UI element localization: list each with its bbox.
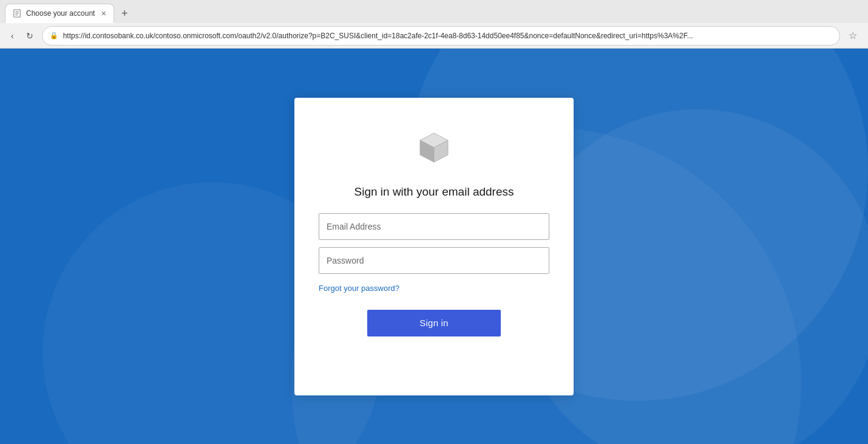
address-bar[interactable]: 🔒 https://id.contosobank.co.uk/contoso.o… <box>42 26 840 46</box>
login-card: Sign in with your email address Forgot y… <box>294 98 574 395</box>
tab-close-button[interactable]: × <box>101 9 106 18</box>
new-tab-button[interactable]: + <box>117 5 133 22</box>
lock-icon: 🔒 <box>50 32 58 39</box>
page-background: Sign in with your email address Forgot y… <box>0 49 868 444</box>
forgot-password-link[interactable]: Forgot your password? <box>319 284 399 293</box>
active-tab[interactable]: Choose your account × <box>5 4 114 23</box>
password-input[interactable] <box>319 247 549 274</box>
url-text: https://id.contosobank.co.uk/contoso.onm… <box>63 32 832 40</box>
email-form-group <box>319 213 549 240</box>
reload-button[interactable]: ↻ <box>22 29 37 43</box>
tab-bar: Choose your account × + <box>0 0 868 23</box>
bookmark-button[interactable]: ☆ <box>845 29 861 43</box>
sign-in-button[interactable]: Sign in <box>367 310 501 336</box>
page-icon <box>13 9 21 18</box>
password-form-group <box>319 247 549 274</box>
sign-in-title: Sign in with your email address <box>354 185 514 199</box>
brand-logo <box>413 128 455 173</box>
address-bar-row: ‹ ↻ 🔒 https://id.contosobank.co.uk/conto… <box>0 23 868 48</box>
browser-chrome: Choose your account × + ‹ ↻ 🔒 https://id… <box>0 0 868 49</box>
email-input[interactable] <box>319 213 549 240</box>
cube-icon <box>413 128 455 171</box>
tab-title: Choose your account <box>26 9 95 18</box>
back-button[interactable]: ‹ <box>7 29 18 43</box>
